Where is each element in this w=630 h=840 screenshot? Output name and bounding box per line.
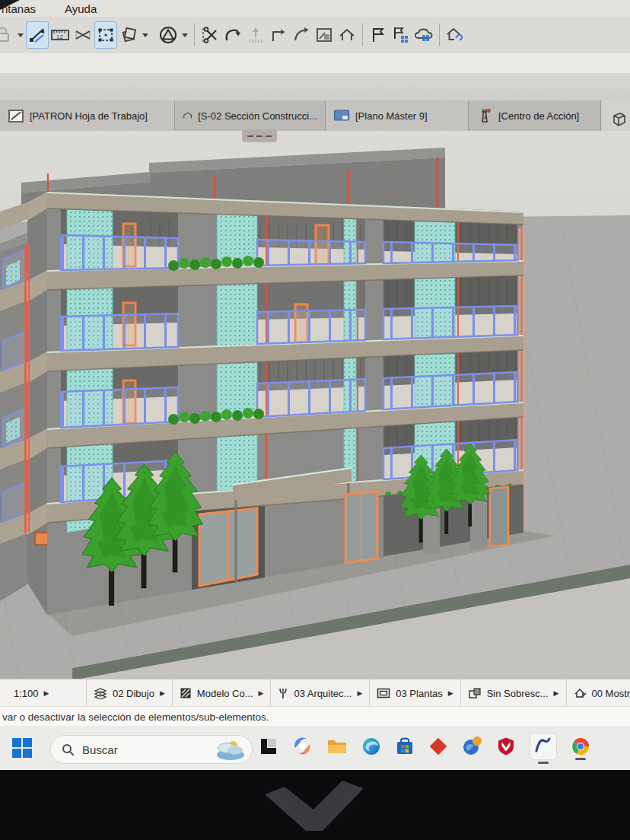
archicad-active-tile — [530, 733, 557, 760]
layouts-icon — [119, 25, 138, 45]
ruler-button[interactable]: 12 — [49, 21, 72, 49]
chevron-right-icon: ▶ — [259, 689, 264, 697]
tab-layout[interactable]: [Plano Máster 9] — [326, 100, 469, 131]
home-cloud-button[interactable] — [444, 21, 466, 49]
quick-options-bar: 1:100 ▶ 02 Dibujo ▶ Modelo Co... ▶ 03 Ar… — [0, 679, 630, 707]
floor-plan-selector[interactable]: 03 Plantas ▶ — [370, 679, 460, 707]
menu-ayuda[interactable]: Ayuda — [65, 2, 97, 15]
toolbar-lower-strip — [0, 53, 630, 74]
adjust-button[interactable] — [221, 21, 244, 49]
lock-dropdown[interactable] — [15, 21, 26, 49]
tab-label: [PATRON Hoja de Trabajo] — [30, 110, 148, 122]
archicad-icon — [534, 736, 552, 754]
chevron-right-icon: ▶ — [357, 689, 362, 697]
svg-text:A: A — [483, 115, 487, 120]
resize-box-icon — [314, 25, 334, 45]
flag-list-button[interactable] — [390, 21, 412, 49]
chevron-right-icon: ▶ — [554, 689, 559, 697]
cloud-sync-button[interactable] — [412, 21, 435, 49]
svg-text:12: 12 — [56, 33, 63, 40]
tab-worksheet[interactable]: [PATRON Hoja de Trabajo] — [0, 100, 175, 131]
orientation-dropdown[interactable] — [180, 21, 190, 49]
black-l-app-button[interactable] — [259, 737, 278, 760]
layouts-button[interactable] — [117, 21, 140, 49]
archicad-button[interactable] — [530, 733, 557, 764]
fillet-button[interactable] — [290, 21, 313, 49]
override-icon — [468, 687, 482, 699]
segment-label: 02 Dibujo — [113, 688, 154, 699]
fork-icon — [278, 687, 288, 699]
weather-widget-icon[interactable] — [214, 738, 247, 761]
file-explorer-button[interactable] — [326, 737, 348, 759]
running-indicator — [538, 762, 549, 764]
segment-label: Sin Sobresc... — [487, 688, 549, 699]
roof-home-icon — [337, 25, 357, 45]
sphere-app-icon — [462, 736, 482, 756]
layer-combination-selector[interactable]: 02 Dibujo ▶ — [87, 679, 173, 707]
laptop-logo — [0, 770, 630, 840]
microsoft-store-icon — [395, 737, 415, 756]
measure-select-button[interactable] — [26, 21, 49, 49]
toolbar-separator — [362, 24, 363, 46]
layout-icon — [333, 109, 350, 123]
chevron-right-icon: ▶ — [160, 689, 165, 697]
view-tab-bar: [PATRON Hoja de Trabajo] [S-02 Sección C… — [0, 100, 630, 131]
trim-corner-icon — [269, 25, 288, 45]
chrome-button[interactable] — [571, 737, 590, 760]
graphic-override-selector[interactable]: Sin Sobresc... ▶ — [461, 679, 567, 707]
layers-icon — [94, 687, 107, 699]
model-view-icon — [574, 687, 587, 699]
model-view-options-selector[interactable]: 03 Arquitec... ▶ — [271, 679, 370, 707]
edge-button[interactable] — [361, 737, 381, 760]
tab-label: [Centro de Acción] — [498, 110, 579, 122]
mcafee-shield-icon — [496, 737, 516, 756]
menu-bar: ntanas Ayuda — [0, 0, 630, 17]
flag-list-icon — [391, 25, 411, 45]
elevate-button[interactable] — [244, 21, 267, 49]
elevate-icon — [246, 25, 266, 45]
running-indicator — [575, 758, 586, 760]
tab-label: [Plano Máster 9] — [355, 110, 428, 122]
flag-icon — [368, 25, 388, 45]
resize-box-button[interactable] — [313, 21, 336, 49]
3d-viewport[interactable] — [0, 131, 630, 679]
window-background — [0, 73, 630, 100]
roof-tool-button[interactable] — [336, 21, 358, 49]
segment-label: 03 Plantas — [396, 688, 442, 699]
tab-section[interactable]: [S-02 Sección Construcci... — [175, 100, 326, 131]
chevron-right-icon: ▶ — [44, 689, 49, 697]
chevron-down-icon — [142, 32, 149, 38]
split-button[interactable] — [199, 21, 221, 49]
action-center-icon: A — [476, 107, 493, 124]
taskbar-apps — [259, 726, 590, 770]
search-label: Buscar — [82, 743, 206, 756]
windows-logo-icon — [11, 737, 33, 759]
cloud-grid-icon — [413, 25, 434, 45]
search-box[interactable]: Buscar — [50, 735, 253, 764]
flag-button[interactable] — [367, 21, 390, 49]
black-l-app-icon — [259, 737, 278, 756]
microsoft-store-button[interactable] — [395, 737, 415, 760]
pen-set-selector[interactable]: Modelo Co... ▶ — [173, 679, 272, 707]
drag-handle[interactable] — [242, 129, 277, 142]
adjust-hook-icon — [223, 25, 243, 45]
copilot-button[interactable] — [292, 736, 313, 760]
status-bar: var o desactivar la selección de element… — [0, 706, 630, 727]
mcafee-button[interactable] — [496, 737, 516, 760]
scale-selector[interactable]: 1:100 ▶ — [0, 679, 87, 707]
red-diamond-app-button[interactable] — [428, 737, 448, 760]
start-button[interactable] — [11, 737, 33, 759]
lock-button[interactable] — [0, 21, 15, 49]
chevron-down-icon — [17, 32, 24, 38]
chrome-icon — [571, 737, 590, 756]
trim-corner-button[interactable] — [267, 21, 290, 49]
layouts-dropdown[interactable] — [140, 21, 151, 49]
distort-button[interactable] — [72, 21, 94, 49]
sphere-app-button[interactable] — [462, 736, 482, 760]
tab-action-center[interactable]: A [Centro de Acción] — [469, 100, 601, 131]
orientation-button[interactable] — [157, 21, 180, 49]
renovation-filter-selector[interactable]: 00 Mostrar... ▶ — [567, 679, 630, 707]
house-cloud-icon — [444, 25, 466, 45]
marquee-button[interactable] — [94, 21, 117, 49]
cube-3d-icon[interactable] — [609, 110, 628, 129]
